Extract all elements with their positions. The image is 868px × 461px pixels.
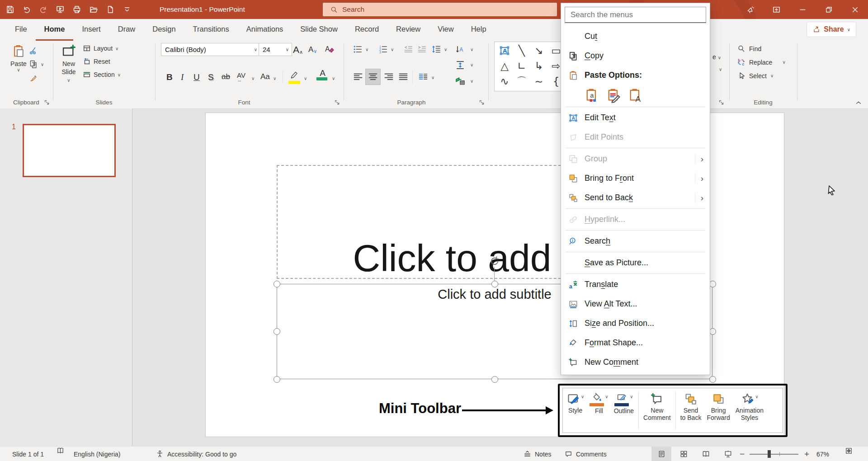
bullets-button[interactable] [353,44,363,54]
zoom-out-button[interactable]: − [740,447,745,461]
replace-button[interactable]: bc Replace ∨ [737,58,786,66]
curve-icon[interactable]: ∼ [530,74,547,89]
menu-item-bring-to-front[interactable]: Bring to Front› [561,169,710,188]
comments-button[interactable]: Comments [564,447,607,461]
chevron-down-icon[interactable]: ∨ [332,76,335,81]
ribbon-display-icon[interactable] [763,0,789,19]
reading-view-button[interactable] [696,447,716,461]
customize-qat-icon[interactable] [123,5,132,14]
new-slide-button[interactable]: New Slide ∨ [57,43,80,83]
new-file-icon[interactable] [106,5,115,14]
restore-icon[interactable] [816,0,842,19]
chevron-down-icon[interactable]: ∨ [581,394,584,399]
share-button[interactable]: Share ∨ [807,22,856,37]
tab-design[interactable]: Design [144,19,184,39]
undo-icon[interactable] [22,5,31,14]
zoom-slider-handle[interactable] [768,450,771,458]
chevron-down-icon[interactable]: ∨ [286,47,289,52]
slide-sorter-button[interactable] [674,447,693,461]
coming-soon-icon[interactable] [737,0,763,19]
resize-handle-bottom-right[interactable] [709,376,716,383]
zoom-level[interactable]: 67% [816,447,829,461]
justify-button[interactable] [398,71,409,82]
layout-button[interactable]: Layout ∨ [83,44,118,52]
redo-icon[interactable] [39,5,48,14]
font-size-combo[interactable]: 24 ∨ [259,43,292,56]
open-folder-icon[interactable] [89,5,98,14]
reset-button[interactable]: Reset [83,57,110,66]
zoom-slider-track[interactable] [750,454,798,455]
grow-font-button[interactable]: A∧ [293,44,303,55]
language-indicator[interactable]: English (Nigeria) [74,447,120,461]
font-name-combo[interactable]: Calibri (Body) ∨ [161,43,260,56]
line-icon[interactable]: ╲ [513,43,530,58]
section-button[interactable]: Section ∨ [83,71,121,79]
minimize-icon[interactable] [789,0,816,19]
chevron-down-icon[interactable]: ∨ [630,394,633,399]
resize-handle-bottom-middle[interactable] [491,376,498,383]
line-spacing-button[interactable] [431,44,441,54]
chevron-down-icon[interactable]: ∨ [304,76,307,81]
new-comment-button[interactable]: New Comment [641,390,674,431]
slide-thumbnail[interactable] [23,124,116,177]
clear-formatting-button[interactable]: A [324,44,335,55]
menu-item-format-shape[interactable]: Format Shape... [561,333,710,353]
highlight-color-button[interactable] [288,70,300,84]
close-icon[interactable] [842,0,868,19]
slide-counter[interactable]: Slide 1 of 1 [12,447,44,461]
collapse-ribbon-button[interactable] [854,99,863,107]
underline-button[interactable]: U [193,72,200,82]
font-dialog-launcher[interactable] [334,99,341,106]
copy-button[interactable] [29,60,38,69]
tab-animations[interactable]: Animations [238,19,292,39]
menu-item-search[interactable]: Search [561,231,710,251]
tab-record[interactable]: Record [346,19,387,39]
text-shadow-button[interactable]: S [208,72,214,82]
font-color-button[interactable]: A [316,69,327,80]
paste-button[interactable]: Paste ∨ [8,43,29,72]
line-arrow-icon[interactable]: ↘ [530,43,547,58]
clipboard-dialog-launcher[interactable] [43,99,51,106]
increase-indent-button[interactable] [417,44,427,54]
chevron-down-icon[interactable]: ∨ [605,394,608,399]
chevron-down-icon[interactable]: ∨ [719,67,722,72]
tab-home[interactable]: Home [36,19,74,41]
menu-item-edit-text[interactable]: AEdit Text [561,108,710,127]
text-box-icon[interactable]: A [496,43,513,58]
tab-draw[interactable]: Draw [109,19,144,39]
align-text-button[interactable] [455,60,466,71]
accessibility-status[interactable]: Accessibility: Good to go [156,447,236,461]
menu-item-edit-points[interactable]: Edit Points [561,127,710,147]
save-icon[interactable] [5,5,14,14]
chevron-down-icon[interactable]: ∨ [782,60,785,65]
chevron-down-icon[interactable]: ∨ [251,76,255,81]
chevron-down-icon[interactable]: ∨ [470,47,473,52]
tab-transitions[interactable]: Transitions [184,19,238,39]
zoom-in-button[interactable]: + [804,447,809,461]
rotate-handle[interactable] [489,255,500,267]
chevron-down-icon[interactable]: ∨ [470,62,473,67]
scribble-icon[interactable]: ∿ [496,74,513,89]
elbow-arrow-icon[interactable]: ↳ [530,58,547,74]
menu-search-input[interactable]: Search the menus [565,7,706,23]
find-button[interactable]: Find [737,44,761,53]
menu-item-copy[interactable]: Copy [561,46,710,66]
character-spacing-button[interactable]: AV ↔ [237,71,245,83]
send-to-back-button[interactable]: Send to Back [678,390,704,431]
format-painter-button[interactable] [29,73,38,82]
menu-item-cut[interactable]: Cut [561,27,710,46]
resize-handle-top-middle[interactable] [491,281,498,287]
menu-item-size-and-position[interactable]: Size and Position... [561,314,710,333]
columns-button[interactable] [418,71,429,82]
slideshow-icon[interactable] [56,5,65,14]
print-preview-icon[interactable] [72,5,81,14]
menu-item-translate[interactable]: aTranslate [561,275,710,294]
menu-item-new-comment[interactable]: New Comment [561,353,710,372]
drawing-dialog-launcher[interactable] [718,99,725,106]
slideshow-view-button[interactable] [718,447,738,461]
numbering-button[interactable]: 123 [378,44,388,54]
tab-slide-show[interactable]: Slide Show [292,19,346,39]
menu-item-group[interactable]: Group› [561,149,710,169]
align-center-button[interactable] [365,69,381,85]
convert-to-smartart-button[interactable] [455,76,466,87]
